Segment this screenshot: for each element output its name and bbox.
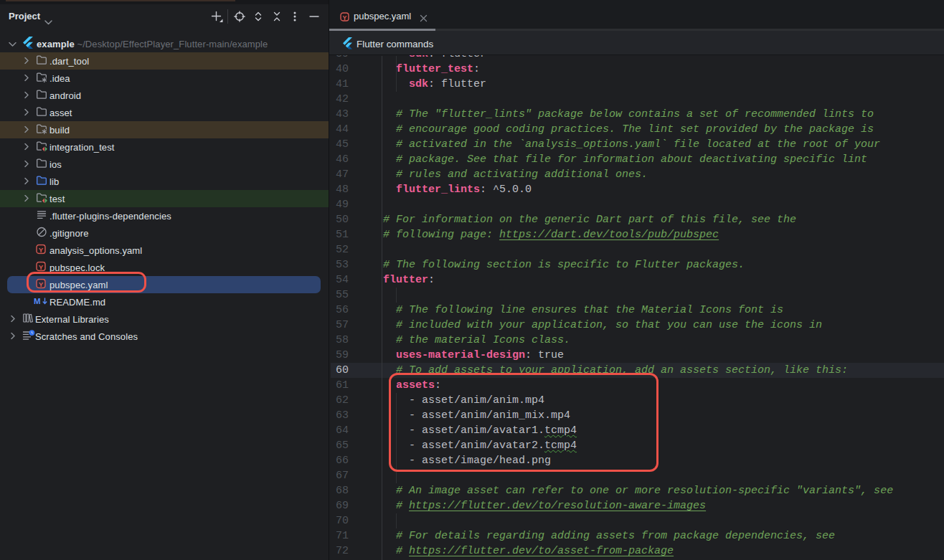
svg-text:Y: Y [343,14,347,22]
svg-text:Y: Y [39,246,44,254]
svg-text:Y: Y [39,263,44,271]
svg-text:M: M [34,297,41,305]
